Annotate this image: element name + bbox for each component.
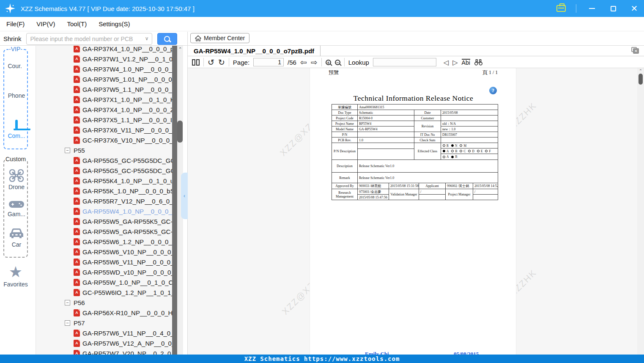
tree-item[interactable]: GA-RP37W4_1.0_NP__0_0_0_tT2 <box>74 64 172 74</box>
tree-item[interactable]: GA-RP55R7_V12_NP__0_6_0_oV <box>74 196 172 206</box>
tree-group[interactable]: − P55 <box>65 145 172 155</box>
pdf-file-icon <box>74 96 80 103</box>
help-icon[interactable]: ? <box>489 87 497 94</box>
tree-item[interactable]: GA-RP55W5_GA-RP55K5_GC-P5 <box>74 226 172 236</box>
tree-item[interactable]: GA-RP55G5_GC-P55G5DC_GC-P <box>74 165 172 176</box>
briefcase-icon[interactable] <box>556 5 566 12</box>
tree-item[interactable]: GA-RP55WD_v10_NP__0_0_0_rN <box>74 267 172 277</box>
chevron-down-icon[interactable]: ∨ <box>145 36 149 41</box>
validation-mgr-value: / <box>419 189 446 195</box>
tree-item[interactable]: GA-RP37W1_V1.2_NP__0_1_0_Y <box>74 54 172 64</box>
pdf-viewer[interactable]: XZZ@XZZHK XZZ@XZZHK XZZ@XZZHK XZZ@XZZHK … <box>188 68 644 355</box>
tree-item[interactable]: GA-RP55K_1.0_NP__0_0_0_bS3C <box>74 186 172 196</box>
menu-file[interactable]: File(F) <box>6 20 25 28</box>
abi-button[interactable]: Abi <box>462 59 470 66</box>
tree-item[interactable]: GA-RP37X6_V11_NP__0_0_0_WV <box>74 125 172 135</box>
app-logo-icon <box>5 3 16 14</box>
pcb-rev-label: PCB Rev. <box>332 138 358 143</box>
collapse-minus-icon[interactable]: − <box>65 320 70 326</box>
lookup-input[interactable] <box>373 58 436 66</box>
menu-vip[interactable]: VIP(V) <box>36 20 55 28</box>
pdf-file-icon <box>74 289 80 296</box>
rotate-right-icon[interactable]: ↻ <box>218 58 225 66</box>
tree-item[interactable]: GA-RP55K4_1.0_NP__0_1_0_u06 <box>74 176 172 186</box>
tree-item[interactable]: GA-RP55W4_1.0_NP__0_0_0_o7 <box>74 206 172 216</box>
tree-item[interactable]: GA-RP55W6_1.2_NP__0_0_0_OR <box>74 236 172 247</box>
tree-item[interactable]: GA-RP55W6_V10_NP__0_0_0_FA <box>74 247 172 257</box>
zoom-out-icon[interactable]: − <box>335 60 340 65</box>
tree-item[interactable]: GA-RP55W5_GA-RP55K5_GC-P5 <box>74 216 172 226</box>
applicant-time-value: 2015/05/08 14:52:36 <box>473 183 498 189</box>
binoculars-icon[interactable] <box>474 59 483 66</box>
tree-group[interactable]: − P57 <box>65 318 172 328</box>
tree-item[interactable]: GA-RP37W5_1.1_NP__0_0_0_90I <box>74 84 172 94</box>
sidebar-item-phone[interactable]: Phone <box>4 91 29 99</box>
scroll-up-icon[interactable]: ⌃ <box>177 47 183 52</box>
tree-item[interactable]: GA-RP55W_1.0_NP__0_1_0_CcR <box>74 277 172 287</box>
scroll-up-icon[interactable]: ⌃ <box>637 69 644 73</box>
tree-item[interactable]: GA-RP37K4_1.0_NP__0_0_0_pm <box>74 46 172 54</box>
sidebar-item-course[interactable]: Cour... <box>4 61 29 69</box>
close-all-docs-icon[interactable]: ✕ <box>631 47 639 54</box>
preview-label: 預覽 <box>329 69 339 76</box>
tree-item[interactable]: GC-P55W6IO_1.2_NP__1_0_1_L0 <box>74 287 172 297</box>
lookup-next-icon[interactable]: ▷ <box>452 58 458 66</box>
model-name-value: GA-RP55W4 <box>358 126 414 132</box>
shrink-button[interactable]: Shrink <box>3 35 22 42</box>
tree-item[interactable]: GC-RP37X6_V10_NP__0_0_0_di7 <box>74 135 172 145</box>
custom-group: Custom Drone Gam... <box>3 159 28 258</box>
sidebar-item-game[interactable]: Gam... <box>4 200 29 217</box>
sidebar-item-drone[interactable]: Drone <box>4 169 29 190</box>
two-page-view-icon[interactable] <box>192 59 200 66</box>
it-doc-label: IT Doc No <box>414 132 441 138</box>
radio-checked-icon <box>443 150 445 152</box>
collapse-minus-icon[interactable]: − <box>65 148 70 153</box>
search-row: Shrink ∨ <box>0 32 187 46</box>
tree-item[interactable]: GA-RP55W6_V11_NP__0_0_0_sN <box>74 257 172 267</box>
tree-item[interactable]: GA-RP55G5_GC-P55G5DC_GC-P <box>74 155 172 165</box>
panel-collapse-handle[interactable]: ‹ <box>181 173 188 219</box>
sidebar-item-car[interactable]: Car <box>4 228 29 248</box>
tree-scrollbar-thumb[interactable] <box>177 121 183 143</box>
applicant-label: Applicant <box>419 183 446 189</box>
menu-settings[interactable]: Settings(S) <box>99 20 130 28</box>
sidebar-item-favorites[interactable]: ★ Favorites <box>3 265 28 288</box>
menu-tool[interactable]: Tool(T) <box>67 20 87 28</box>
description-value: Release Schematic Ver1.0 <box>358 160 498 173</box>
tree-item[interactable]: GA-RP37W5_1.01_NP__0_0_0_Z <box>74 74 172 84</box>
prev-page-icon[interactable]: ⇦ <box>300 58 307 66</box>
collapse-minus-icon[interactable]: − <box>65 300 70 305</box>
tree-item[interactable]: GA-RP37X5_1.1_NP__0_0_0_IWX <box>74 115 172 125</box>
footer-date: 05/08/2015 <box>454 351 479 355</box>
viewer-scrollbar-thumb[interactable] <box>639 74 643 85</box>
page-number-input[interactable] <box>253 58 284 66</box>
approved-by-label: Approved By <box>332 183 358 189</box>
tree-item[interactable]: GA-RP57W6_V12_A_NP__0_0_0_ <box>74 338 172 348</box>
search-input[interactable] <box>26 33 152 45</box>
viewer-scrollbar[interactable] <box>637 68 644 355</box>
research-mgmt-label: Research Management <box>332 189 358 200</box>
sidebar-item-computer[interactable]: Com... <box>4 121 29 139</box>
approved-by-value: 969033 /林意能 <box>358 183 389 189</box>
customer-label: Customer <box>414 116 441 121</box>
rotate-left-icon[interactable]: ↺ <box>208 58 214 66</box>
search-button[interactable] <box>157 33 177 45</box>
tree-item[interactable]: GA-RP57W6_V11_NP__0_4_0_vF <box>74 328 172 338</box>
member-center-button[interactable]: Member Center <box>190 33 249 43</box>
pdf-file-icon <box>74 137 80 144</box>
next-page-icon[interactable]: ⇨ <box>311 58 318 66</box>
minimize-button[interactable] <box>586 3 597 14</box>
close-button[interactable]: ✕ <box>629 3 640 14</box>
tree-item[interactable]: GA-RP57W7_V20_NP__0_2_0_K9 <box>74 348 172 355</box>
maximize-button[interactable] <box>608 3 619 14</box>
effected-class-label: Effected Class <box>414 143 441 160</box>
pdf-file-icon <box>74 198 80 205</box>
tree-item[interactable]: GA-RP37X1_1.0_NP__0_1_0_KTC <box>74 94 172 104</box>
zoom-in-icon[interactable]: + <box>326 60 331 65</box>
tree-item[interactable]: GA-RP37X4_1.0_NP__0_0_0_ZXc <box>74 104 172 115</box>
tree-item[interactable]: GA-RP56X-R10_NP__0_0_0_Hg6 <box>74 308 172 318</box>
tree-scrollbar-track[interactable] <box>172 46 177 355</box>
lookup-prev-icon[interactable]: ◁ <box>444 58 449 66</box>
tree-group[interactable]: − P56 <box>65 297 172 308</box>
document-tab[interactable]: GA-RP55W4_1.0_NP__0_0_0_o7pzB.pdf <box>190 46 321 56</box>
